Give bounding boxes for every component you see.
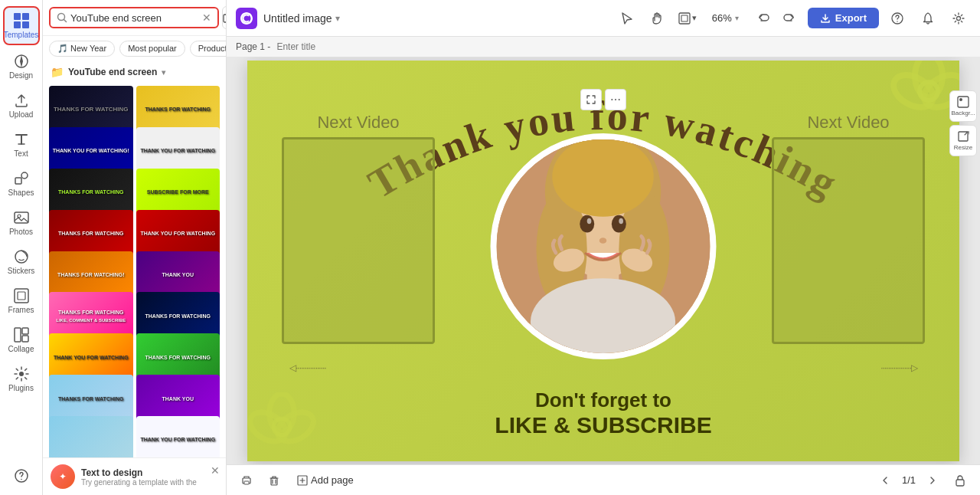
page-title-input[interactable] — [276, 41, 391, 52]
resize-panel-button[interactable]: Resize — [949, 125, 977, 156]
svg-rect-22 — [681, 15, 688, 21]
profile-circle[interactable] — [491, 133, 717, 359]
select-tool-button[interactable] — [614, 6, 639, 31]
template-thumb[interactable]: THANK YOU FOR WATCHING — [49, 333, 133, 381]
template-thumb[interactable]: THANKS FOR WATCHING — [49, 86, 133, 133]
lock-button[interactable] — [949, 470, 971, 491]
template-thumb[interactable]: THANKS FOR WATCHING — [49, 375, 133, 422]
sidebar-item-shapes[interactable]: Shapes — [3, 166, 40, 202]
sidebar-label-frames: Frames — [8, 306, 34, 314]
template-thumb[interactable]: THANKS FOR WATCHING — [49, 169, 133, 216]
lock-icon — [954, 474, 966, 487]
sidebar-label-templates: Templates — [4, 31, 39, 39]
sidebar-item-text[interactable]: Text — [3, 126, 40, 162]
fullscreen-icon — [586, 94, 596, 105]
template-thumb[interactable]: THANK YOU FOR WATCHING — [136, 416, 220, 457]
svg-point-17 — [21, 479, 22, 480]
template-thumb[interactable]: SUBSCRIBE FOR MORE — [136, 169, 220, 216]
template-thumb[interactable] — [49, 416, 133, 457]
export-button[interactable]: Export — [808, 8, 879, 28]
resize-icon — [957, 130, 969, 143]
svg-point-43 — [587, 218, 592, 224]
next-page-button[interactable] — [922, 470, 943, 491]
svg-point-9 — [15, 251, 28, 263]
search-clear-button[interactable]: ✕ — [202, 11, 211, 24]
frames-icon — [13, 287, 30, 304]
template-thumb[interactable]: THANK YOU FOR WATCHING — [136, 127, 220, 175]
pill-new-year[interactable]: 🎵 New Year — [49, 41, 115, 57]
template-thumb[interactable]: THANKS FOR WATCHING! — [49, 251, 133, 299]
canvas-fullscreen-button[interactable] — [580, 89, 602, 110]
template-thumb[interactable]: THANK YOU — [136, 375, 220, 422]
template-thumb[interactable]: THANKS FOR WATCHING LIKE, COMMENT & SUBS… — [49, 292, 133, 339]
template-thumb[interactable]: THANKS FOR WATCHING — [136, 292, 220, 339]
title-chevron-icon[interactable]: ▾ — [335, 13, 340, 24]
search-input[interactable] — [70, 12, 199, 24]
sidebar-item-frames[interactable]: Frames — [3, 283, 40, 319]
sidebar-item-templates[interactable]: Templates — [3, 6, 40, 45]
template-thumb[interactable]: THANKS FOR WATCHING — [136, 86, 220, 133]
redo-button[interactable] — [777, 6, 802, 31]
hand-icon — [650, 11, 664, 25]
sidebar-item-photos[interactable]: Photos — [3, 205, 40, 241]
template-thumb[interactable]: THANKS FOR WATCHING — [49, 210, 133, 257]
plugins-icon — [13, 366, 30, 382]
prev-page-button[interactable] — [874, 470, 896, 491]
pill-product-d[interactable]: Product D — [190, 41, 226, 57]
text-to-design-close-button[interactable]: ✕ — [211, 464, 220, 477]
sidebar-item-plugins[interactable]: Plugins — [3, 361, 40, 397]
zoom-level: 66% — [712, 12, 732, 24]
help-button[interactable] — [885, 6, 910, 31]
add-page-button[interactable]: Add page — [291, 471, 360, 489]
template-thumb[interactable]: THANK YOU FOR WATCHING! — [49, 127, 133, 175]
bell-icon — [921, 11, 935, 25]
canvas-viewport[interactable]: ⋯ — [227, 57, 980, 464]
sidebar-label-plugins: Plugins — [8, 384, 34, 392]
text-to-design-bar[interactable]: ✦ Text to design Try generating a templa… — [43, 457, 226, 495]
template-thumb[interactable]: THANK YOU FOR WATCHING — [136, 210, 220, 257]
category-header[interactable]: 📁 YouTube end screen ▾ — [43, 61, 226, 83]
hand-tool-button[interactable] — [645, 6, 669, 31]
video-panel-right[interactable] — [772, 137, 925, 344]
svg-rect-50 — [958, 97, 969, 107]
sidebar-item-upload[interactable]: Upload — [3, 87, 40, 123]
settings-button[interactable] — [946, 6, 971, 31]
canvas-more-button[interactable]: ⋯ — [605, 89, 626, 110]
svg-point-42 — [612, 215, 626, 232]
svg-point-40 — [552, 139, 653, 217]
sidebar-item-design[interactable]: Design — [3, 48, 40, 84]
view-button[interactable]: ▾ — [675, 6, 700, 31]
cursor-icon — [619, 11, 633, 25]
svg-rect-57 — [956, 480, 964, 486]
zoom-control[interactable]: 66% ▾ — [706, 9, 745, 27]
sidebar-label-design: Design — [9, 71, 33, 80]
text-to-design-title: Text to design — [81, 467, 218, 478]
print-button[interactable] — [236, 470, 257, 491]
template-thumb[interactable]: THANKS FOR WATCHING — [136, 333, 220, 381]
svg-rect-55 — [271, 478, 277, 485]
delete-page-button[interactable] — [263, 470, 285, 491]
templates-icon — [13, 12, 30, 29]
sidebar-item-stickers[interactable]: Stickers — [3, 244, 40, 280]
notifications-button[interactable] — [916, 6, 940, 31]
sidebar-label-upload: Upload — [9, 110, 34, 119]
next-video-label-left: Next Video — [282, 113, 435, 133]
frame-icon — [678, 11, 691, 25]
flower-decoration-bottom-left — [247, 392, 316, 461]
sidebar-item-help[interactable] — [3, 463, 40, 489]
arrow-left: ◁················· — [289, 362, 326, 373]
add-page-label: Add page — [311, 474, 354, 486]
undo-icon — [756, 11, 770, 25]
template-thumb[interactable]: THANK YOU — [136, 251, 220, 299]
undo-button[interactable] — [751, 6, 776, 31]
sidebar-item-collage[interactable]: Collage — [3, 322, 40, 358]
pill-most-popular[interactable]: Most popular — [119, 41, 185, 57]
video-panel-left[interactable] — [282, 137, 435, 344]
background-panel-button[interactable]: Backgr... — [949, 90, 977, 122]
search-input-wrapper[interactable]: ✕ — [49, 7, 219, 28]
export-label: Export — [835, 12, 867, 24]
dont-forget-text: Don't forget to LIKE & SUBSCRIBE — [495, 388, 711, 438]
design-canvas[interactable]: Thank you for watching Next Video Next V… — [247, 61, 959, 461]
svg-point-51 — [959, 98, 962, 101]
chevron-right-icon — [926, 474, 939, 487]
